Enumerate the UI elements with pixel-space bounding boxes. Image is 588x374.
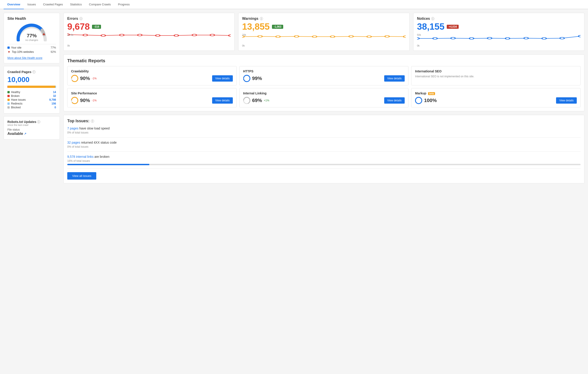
tab-statistics[interactable]: Statistics (67, 0, 85, 9)
dot-issues (7, 99, 10, 101)
issue-1-title: 7 pages have slow load speed (67, 127, 581, 130)
robots-info-icon[interactable]: i (37, 120, 40, 123)
svg-point-40 (415, 97, 422, 104)
top-issues-title: Top Issues: i (67, 119, 581, 123)
warnings-value: 13,855 (242, 21, 270, 32)
issue-2-link[interactable]: 32 pages (67, 141, 80, 144)
stat-broken-label: Broken (11, 94, 20, 98)
svg-point-21 (417, 38, 419, 39)
gauge-container: 77% no changes (7, 23, 56, 41)
issue-3-bar-fill (67, 164, 149, 165)
thematic-markup-title: Markup beta (415, 91, 577, 95)
thematic-https-row: 99% View details (243, 75, 405, 82)
issue-3-link[interactable]: 9,578 internal links (67, 155, 94, 158)
tab-progress[interactable]: Progress (114, 0, 133, 9)
issue-1-link[interactable]: 7 pages (67, 127, 78, 130)
stat-broken-val: 32 (53, 94, 56, 98)
gauge-pct: 77% (25, 33, 38, 39)
svg-point-28 (542, 38, 546, 39)
svg-point-24 (469, 38, 473, 39)
view-all-issues-btn[interactable]: View all issues (67, 172, 96, 180)
issue-row-3: 9,578 internal links are broken 16% of t… (67, 152, 581, 169)
stat-healthy-label: Healthy (11, 91, 20, 94)
tab-crawled-pages[interactable]: Crawled Pages (39, 0, 66, 9)
notices-badge: +4,034 (447, 25, 459, 29)
warnings-card: Warnings i 13,855 -1,063 20k (238, 13, 410, 51)
https-view-details-btn[interactable]: View details (384, 75, 405, 81)
thematic-internal-linking-row: 69% +1% View details (243, 97, 405, 104)
warnings-sparkline (242, 33, 406, 45)
svg-point-22 (433, 38, 437, 39)
dot-healthy (7, 91, 10, 93)
gauge-wrap: 77% no changes (16, 23, 47, 41)
top-issues-info-icon[interactable]: i (91, 120, 94, 123)
legend-arrow-icon: ▼ (7, 50, 10, 54)
svg-point-36 (72, 97, 78, 104)
stat-issues-val: 9,798 (49, 98, 56, 101)
issue-row-2: 32 pages returned 4XX status code 0% of … (67, 138, 581, 152)
crawled-pages-info-icon[interactable]: i (32, 70, 36, 73)
metrics-row: Errors i 9,678 -316 12.5k (63, 13, 584, 51)
thematic-markup-row: 100% View details (415, 97, 577, 104)
gauge-text: 77% no changes (25, 33, 38, 41)
crawled-pages-progress-bar (7, 86, 56, 88)
thematic-https-title: HTTPS (243, 70, 405, 73)
errors-chart: 12.5k 0k (67, 33, 231, 47)
crawled-pages-card: Crawled Pages i 10,000 Healthy 14 (4, 66, 60, 113)
svg-point-9 (210, 34, 214, 36)
thematic-markup: Markup beta 100% View details (411, 88, 581, 107)
svg-point-23 (451, 37, 455, 39)
issue-1-subtitle: 0% of total issues (67, 131, 581, 134)
crawlability-donut (71, 75, 78, 82)
thematic-site-performance-pct: 90% (80, 98, 90, 103)
thematic-internal-linking-change: +1% (264, 99, 269, 102)
svg-point-12 (258, 36, 262, 37)
thematic-reports-title: Thematic Reports (67, 58, 581, 63)
thematic-site-performance: Site Performance 90% -1% View details (67, 88, 237, 107)
svg-point-3 (101, 35, 105, 36)
tab-compare-crawls[interactable]: Compare Crawls (85, 0, 115, 9)
notices-chart: 50k 0k (417, 33, 581, 47)
svg-point-18 (367, 36, 371, 38)
svg-point-15 (313, 36, 317, 38)
legend-dot-blue (7, 47, 10, 49)
stat-blocked: Blocked 0 (7, 106, 56, 109)
errors-value: 9,678 (67, 21, 90, 32)
thematic-markup-pct: 100% (424, 98, 437, 103)
robots-title: Robots.txt Updates i (7, 120, 56, 124)
internal-linking-view-details-btn[interactable]: View details (384, 97, 405, 104)
notices-info-icon[interactable]: i (431, 17, 434, 20)
issue-3-subtitle: 16% of total issues (67, 159, 581, 162)
notices-label: Notices i (417, 17, 581, 21)
dot-broken (7, 95, 10, 97)
svg-point-27 (524, 37, 528, 39)
markup-view-details-btn[interactable]: View details (556, 97, 577, 104)
thematic-crawlability: Crawlability 90% -1% View details (67, 66, 237, 85)
more-about-health-link[interactable]: More about Site Health score (7, 56, 42, 60)
svg-point-20 (404, 36, 406, 38)
errors-info-icon[interactable]: i (79, 17, 83, 20)
tab-issues[interactable]: Issues (24, 0, 40, 9)
gauge-sub: no changes (25, 39, 38, 41)
thematic-internal-linking-title: Internal Linking (243, 91, 405, 95)
svg-point-13 (276, 36, 280, 38)
crawlability-view-details-btn[interactable]: View details (212, 75, 233, 81)
errors-card: Errors i 9,678 -316 12.5k (63, 13, 235, 51)
dot-blocked (7, 106, 10, 109)
warnings-info-icon[interactable]: i (260, 17, 263, 20)
legend-top10-val: 92% (51, 50, 56, 53)
thematic-internal-linking-pct: 69% (252, 98, 262, 103)
ext-link-icon[interactable]: ↗ (24, 132, 26, 135)
tab-overview[interactable]: Overview (4, 0, 24, 9)
svg-point-19 (385, 36, 389, 37)
stat-blocked-label: Blocked (11, 106, 21, 109)
issue-3-title: 9,578 internal links are broken (67, 155, 581, 158)
svg-point-30 (578, 35, 581, 37)
legend-your-site: Your site 77% (7, 46, 56, 49)
issue-row-1: 7 pages have slow load speed 0% of total… (67, 123, 581, 138)
svg-point-10 (229, 35, 231, 36)
legend-top10-label: Top-10% websites (12, 50, 34, 53)
site-performance-view-details-btn[interactable]: View details (212, 97, 233, 104)
main-content: Errors i 9,678 -316 12.5k (63, 13, 584, 183)
site-health-card: Site Health 77% (4, 13, 60, 63)
